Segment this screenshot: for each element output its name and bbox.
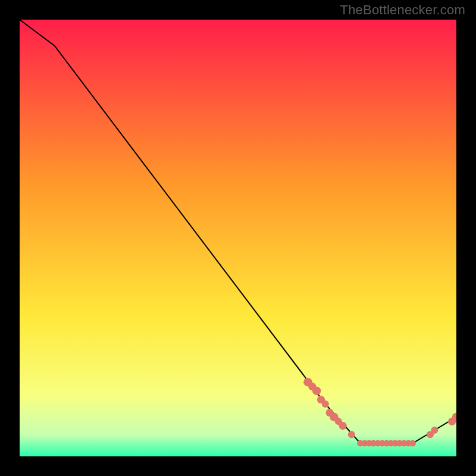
- data-marker: [312, 387, 321, 395]
- data-marker: [322, 400, 329, 408]
- data-marker: [339, 422, 347, 430]
- watermark-text: TheBottlenecker.com: [340, 2, 465, 18]
- data-marker: [431, 427, 438, 434]
- data-marker: [348, 431, 355, 438]
- gradient-background: [20, 20, 456, 456]
- plot-area: [20, 20, 456, 456]
- data-marker: [409, 440, 416, 447]
- chart-svg: [20, 20, 456, 456]
- chart-stage: TheBottlenecker.com: [0, 0, 476, 476]
